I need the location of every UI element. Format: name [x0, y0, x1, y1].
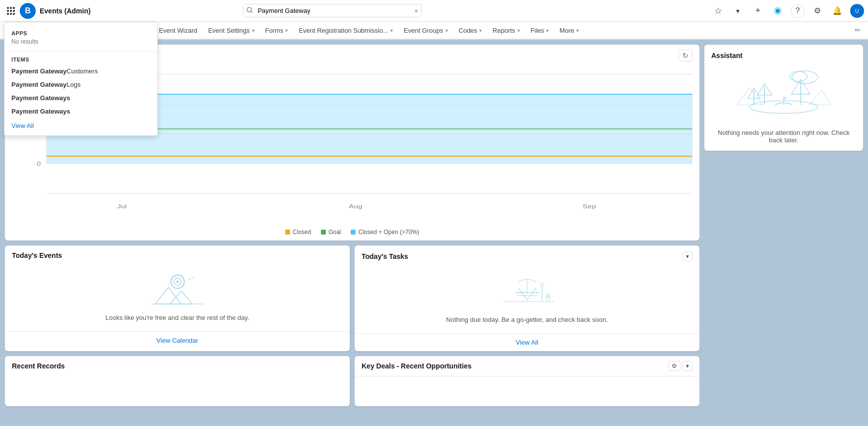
view-all-link[interactable]: View All	[4, 118, 157, 130]
forms-chevron-icon: ▾	[285, 28, 288, 33]
today-cards-row: Today's Events	[5, 245, 699, 351]
svg-marker-59	[737, 88, 762, 105]
recent-records-title: Recent Records	[5, 356, 350, 376]
legend-goal-label: Goal	[328, 229, 341, 236]
nav-item-files[interactable]: Files ▾	[526, 22, 554, 39]
app-logo: B	[20, 3, 36, 19]
svg-line-37	[518, 288, 527, 300]
todays-tasks-title: Today's Tasks	[362, 252, 408, 260]
codes-chevron-icon: ▾	[479, 28, 482, 33]
reports-chevron-icon: ▾	[517, 28, 520, 33]
tasks-dropdown-button[interactable]: ▾	[682, 251, 692, 261]
bottom-cards-row: Recent Records Key Deals - Recent Opport…	[5, 356, 699, 406]
svg-rect-5	[13, 10, 15, 12]
legend-closed-dot	[285, 230, 290, 235]
svg-text:Aug: Aug	[349, 203, 362, 209]
svg-point-14	[776, 9, 780, 13]
svg-rect-1	[10, 7, 12, 9]
todays-events-title: Today's Events	[5, 245, 350, 259]
files-chevron-icon: ▾	[546, 28, 549, 33]
nav-item-event-groups[interactable]: Event Groups ▾	[399, 22, 453, 39]
todays-tasks-card: Today's Tasks ▾	[355, 245, 699, 351]
nav-item-reports[interactable]: Reports ▾	[488, 22, 525, 39]
legend-closed-open: Closed + Open (>70%)	[351, 229, 419, 236]
search-input[interactable]	[243, 4, 422, 17]
key-deals-body	[355, 376, 699, 406]
nav-item-event-wizard[interactable]: Event Wizard	[154, 22, 202, 39]
tasks-illustration	[497, 271, 557, 311]
event-settings-chevron-icon: ▾	[252, 28, 254, 33]
dropdown-item-1[interactable]: Payment Gateway Customers	[4, 64, 157, 78]
nav-item-codes[interactable]: Codes ▾	[454, 22, 487, 39]
legend-closed-label: Closed	[293, 229, 311, 236]
nav-item-forms[interactable]: Forms ▾	[260, 22, 293, 39]
favorites-icon[interactable]: ☆	[711, 4, 725, 18]
search-clear-button[interactable]: ×	[414, 7, 418, 14]
svg-text:0: 0	[37, 161, 41, 167]
legend-goal: Goal	[321, 229, 341, 236]
dropdown-item-4[interactable]: Payment Gateways	[4, 105, 157, 118]
event-reg-chevron-icon: ▾	[390, 28, 393, 33]
nav-item-event-settings[interactable]: Event Settings ▾	[203, 22, 259, 39]
svg-text:Jul: Jul	[117, 203, 127, 209]
apps-no-results: No results	[4, 37, 157, 49]
event-groups-chevron-icon: ▾	[445, 28, 448, 33]
events-illustration	[148, 269, 207, 309]
key-deals-actions: ⚙ ▾	[668, 361, 692, 371]
svg-point-11	[247, 7, 251, 12]
items-section-label: Items	[4, 54, 157, 64]
legend-closed-open-label: Closed + Open (>70%)	[358, 229, 419, 236]
top-right-icons: ☆ ▾ + ? ⚙ 🔔 U	[711, 4, 864, 18]
svg-line-12	[251, 11, 252, 13]
todays-events-empty-text: Looks like you're free and clear the res…	[106, 314, 249, 321]
todays-tasks-empty-text: Nothing due today. Be a go-getter, and c…	[446, 316, 608, 323]
todays-tasks-header: Today's Tasks ▾	[355, 245, 699, 261]
trailhead-icon[interactable]	[771, 4, 785, 18]
key-deals-dropdown-button[interactable]: ▾	[682, 361, 692, 371]
view-calendar-link[interactable]: View Calendar	[156, 337, 198, 344]
nav-item-more[interactable]: More ▾	[555, 22, 584, 39]
search-bar: ×	[243, 4, 422, 17]
nav-edit-icon[interactable]: ✏	[852, 26, 864, 35]
todays-events-link-row: View Calendar	[5, 331, 350, 349]
todays-events-card: Today's Events	[5, 245, 350, 351]
dropdown-item-3[interactable]: Payment Gateways	[4, 91, 157, 105]
avatar[interactable]: U	[850, 4, 864, 18]
settings-icon[interactable]: ⚙	[810, 4, 824, 18]
svg-rect-3	[7, 10, 9, 12]
dropdown-arrow-icon[interactable]: ▾	[731, 4, 745, 18]
svg-rect-4	[10, 10, 12, 12]
svg-rect-6	[7, 13, 9, 15]
assistant-empty-text: Nothing needs your attention right now. …	[711, 129, 856, 144]
waffle-menu-icon[interactable]	[4, 4, 18, 18]
todays-tasks-body: Nothing due today. Be a go-getter, and c…	[355, 261, 699, 333]
legend-closed: Closed	[285, 229, 311, 236]
svg-marker-58	[784, 96, 788, 100]
add-icon[interactable]: +	[751, 4, 765, 18]
help-icon[interactable]: ?	[791, 4, 805, 18]
top-bar: B Events (Admin) × ☆ ▾ + ? ⚙ 🔔 U	[0, 0, 868, 22]
tasks-view-all-link[interactable]: View All	[516, 339, 538, 346]
recent-records-card: Recent Records	[5, 356, 350, 406]
assistant-illustration	[734, 64, 833, 124]
svg-rect-0	[7, 7, 9, 9]
todays-tasks-link-row: View All	[355, 333, 699, 351]
assistant-card: Assistant	[704, 45, 863, 151]
key-deals-filter-button[interactable]: ⚙	[668, 361, 681, 371]
todays-events-body: Looks like you're free and clear the res…	[5, 259, 350, 331]
refresh-button[interactable]: ↻	[679, 50, 692, 61]
app-name: Events (Admin)	[40, 7, 91, 15]
recent-records-body	[5, 376, 350, 406]
svg-rect-7	[10, 13, 12, 15]
right-panel: Assistant	[704, 45, 863, 421]
svg-text:B: B	[25, 6, 31, 15]
svg-marker-60	[809, 90, 830, 105]
dropdown-item-2[interactable]: Payment Gateway Logs	[4, 78, 157, 91]
key-deals-title: Key Deals - Recent Opportunities	[362, 362, 472, 370]
svg-marker-35	[170, 291, 192, 304]
more-chevron-icon: ▾	[576, 28, 579, 33]
key-deals-card: Key Deals - Recent Opportunities ⚙ ▾	[355, 356, 699, 406]
notifications-icon[interactable]: 🔔	[830, 4, 844, 18]
legend-closed-open-dot	[351, 230, 356, 235]
nav-item-event-reg[interactable]: Event Registration Submissio... ▾	[294, 22, 398, 39]
